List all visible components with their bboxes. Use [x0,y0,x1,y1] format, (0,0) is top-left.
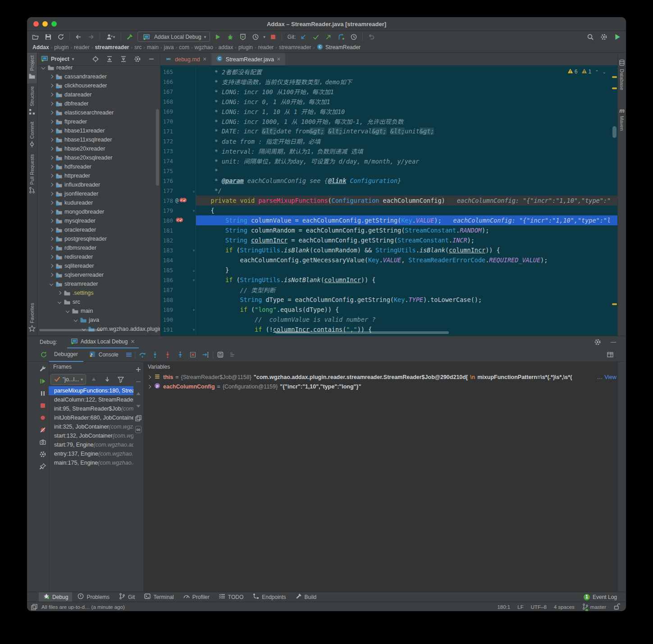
breadcrumb-item[interactable]: Addax [32,44,49,50]
tree-item[interactable]: elasticsearchreader [37,108,160,117]
code-line[interactable]: 187 // 类型判断 [160,285,618,295]
code-line[interactable]: 182 String columnIncr = eachColumnConfig… [160,235,618,245]
sync-icon[interactable] [56,32,66,41]
warning-count[interactable]: 1 [581,68,592,75]
tree-item[interactable]: datareader [37,90,160,99]
sidebar-item-maven[interactable]: mMaven [619,105,625,133]
stack-frame-row[interactable]: main:175, Engine (com.wgzhao.addax.core) [49,458,133,467]
toolwindow-button-debug[interactable]: Debug [39,592,72,602]
minus-icon[interactable] [133,377,143,386]
pin-icon[interactable] [38,462,48,470]
tree-item[interactable]: ftpreader [37,117,160,126]
tri-up-dim-icon[interactable] [133,389,143,398]
chevron-right-icon[interactable] [49,174,54,178]
view-link[interactable]: View [604,374,616,380]
tree-item[interactable]: influxdbreader [37,180,160,189]
sidebar-item-structure[interactable]: Structure [28,83,36,119]
code-line[interactable]: 171 * DATE: incr &lt;date from&gt; &lt;i… [160,126,618,136]
code-line[interactable]: 167 * LONG: incr 100 从100开始，每次加1 [160,87,618,96]
tree-item[interactable]: redisreader [37,252,160,261]
chevron-right-icon[interactable] [49,228,54,232]
close-window-button[interactable] [33,21,39,27]
tree-item[interactable]: hbase20xreader [37,144,160,153]
breakpoint-verified-icon[interactable] [179,197,187,205]
step-over-icon[interactable] [137,350,147,359]
tree-item[interactable]: dbfreader [37,99,160,108]
project-tree-scrollbar[interactable] [156,109,159,186]
breadcrumb-item[interactable]: com [179,44,189,50]
stack-frame-row[interactable]: parseMixupFunctions:180, StreamReader$Jo… [49,386,133,395]
chevron-right-icon[interactable] [49,246,54,250]
code-line[interactable]: 185▵ } [160,265,618,275]
play-icon[interactable] [213,32,223,41]
variable-row[interactable]: peachColumnConfig = {Configuration@1159}… [143,382,618,391]
lock-open-icon[interactable] [613,603,621,611]
breadcrumb-item[interactable]: reader [258,44,274,50]
code-line[interactable]: 166 * 支持递增函数，当前仅支持整数类型，demo如下 [160,77,618,87]
toolwindow-button-build[interactable]: Build [291,592,321,602]
chevron-right-icon[interactable] [49,101,54,106]
tri-up-dim-icon[interactable] [89,375,99,384]
git-branch-widget[interactable]: master [582,603,606,611]
code-line[interactable]: 170 * LONG: incr 1000, 1 从 1000开始，每次加-1,… [160,116,618,126]
rerun-icon[interactable] [39,350,49,359]
profiler-icon[interactable] [251,32,260,41]
tree-item[interactable]: streamreader [37,279,160,288]
tree-item[interactable]: mysqlreader [37,216,160,225]
git-commit-icon[interactable] [311,32,321,41]
tree-item[interactable]: hdfsreader [37,162,160,171]
toolwindow-button-git[interactable]: Git [114,592,139,602]
chevron-down-icon[interactable] [57,300,62,304]
breadcrumb-item[interactable]: main [147,44,159,50]
stack-frame-row[interactable]: dealColumn:122, StreamReader$Job (com.wg… [49,395,133,404]
burger-icon[interactable] [124,350,134,359]
ide-logo-icon[interactable] [612,32,622,41]
sidebar-item-commit[interactable]: Commit [28,119,36,151]
tree-item[interactable]: sqlitereader [37,261,160,270]
sidebar-item-favorites[interactable]: Favorites [28,300,36,336]
status-item[interactable]: LF [517,604,523,610]
layout-rows-icon[interactable] [228,350,238,359]
resume-icon[interactable] [38,377,48,385]
tree-item[interactable]: kudureader [37,198,160,207]
chevron-down-icon[interactable] [41,65,46,70]
prev-warning-icon[interactable]: ⌃ [595,69,598,74]
pause-icon[interactable] [38,389,48,397]
chevron-right-icon[interactable] [49,83,54,88]
toolwindow-button-terminal[interactable]: Terminal [140,592,178,602]
editor-horizontal-scrollbar[interactable] [275,331,449,334]
stack-frame-row[interactable]: start:79, Engine (com.wgzhao.addax.core) [49,440,133,449]
project-horizontal-scrollbar[interactable] [39,329,102,331]
tree-item[interactable]: .settings [37,288,160,297]
tree-item[interactable]: httpreader [37,171,160,180]
minimize-icon[interactable] [146,55,156,64]
breadcrumb-item[interactable]: CStreamReader [316,43,361,52]
chevron-right-icon[interactable] [49,237,54,241]
chevron-right-icon[interactable] [49,255,54,259]
chevron-right-icon[interactable] [49,155,54,160]
tree-item[interactable]: main [37,306,160,315]
code-line[interactable]: 184 eachColumnConfig.getNecessaryValue(K… [160,255,618,265]
close-icon[interactable]: ✕ [277,56,281,62]
gear-icon[interactable] [599,32,609,41]
warning-stripe-mark[interactable] [612,76,617,78]
chevron-right-icon[interactable] [148,375,151,379]
plus-icon[interactable] [133,365,143,374]
warning-stripe-mark[interactable] [612,303,617,305]
breadcrumb-item[interactable]: plugin [238,44,253,50]
chevron-right-icon[interactable] [49,219,54,223]
variable-row[interactable]: this = {StreamReader$Job@1158} "com.wgzh… [143,372,618,382]
close-icon[interactable]: ✕ [130,338,135,345]
chevron-right-icon[interactable] [49,128,54,133]
camera-icon[interactable] [38,438,48,446]
code-line[interactable]: 174 * unit: 间隔单位，默认为day, 可设置为 d/day, m/m… [160,156,618,166]
code-line[interactable]: 181 String columnRandom = eachColumnConf… [160,225,618,235]
warning-count[interactable]: 6 [567,68,578,75]
copy-stack-icon[interactable] [133,414,143,423]
restore-layout-icon[interactable] [605,350,615,359]
coverage-icon[interactable] [238,32,248,41]
tree-item[interactable]: mongodbreader [37,207,160,216]
chevron-down-icon[interactable] [73,318,78,322]
debug-settings-gear-icon[interactable] [593,338,603,347]
sidebar-item-pull-requests[interactable]: Pull Requests [28,151,36,197]
